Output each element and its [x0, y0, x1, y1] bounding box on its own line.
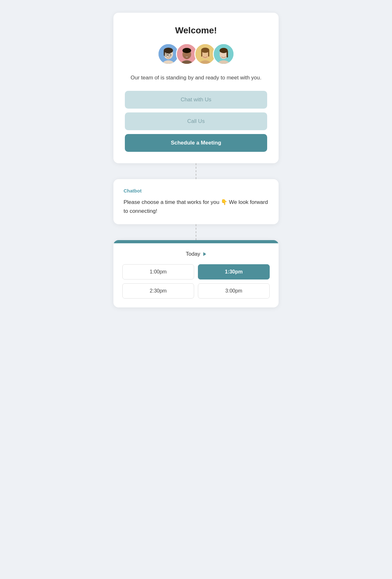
svg-point-11 [182, 48, 191, 53]
welcome-text: Our team of is standing by and ready to … [131, 74, 261, 82]
scheduler-card: Today 1:00pm 1:30pm 2:30pm 3:00pm [113, 240, 279, 307]
avatar-4 [213, 43, 234, 65]
svg-point-3 [164, 48, 173, 53]
avatars-row [158, 43, 234, 65]
time-slot-130pm[interactable]: 1:30pm [198, 264, 270, 279]
connector-2 [196, 224, 196, 240]
time-slot-3pm[interactable]: 3:00pm [198, 283, 270, 299]
schedule-meeting-button[interactable]: Schedule a Meeting [125, 134, 267, 152]
chatbot-label: Chatbot [124, 188, 268, 193]
svg-rect-17 [208, 50, 209, 57]
scheduler-top-bar [113, 240, 279, 243]
call-us-button[interactable]: Call Us [125, 112, 267, 130]
scheduler-header: Today [122, 251, 270, 257]
svg-point-15 [201, 48, 209, 53]
chatbot-message: Please choose a time that works for you … [124, 198, 268, 215]
scheduler-today-label: Today [186, 251, 200, 257]
chatbot-card: Chatbot Please choose a time that works … [113, 179, 279, 224]
chevron-right-icon[interactable] [203, 252, 206, 256]
time-slot-230pm[interactable]: 2:30pm [122, 283, 194, 299]
svg-point-21 [220, 48, 228, 53]
welcome-card: Welcome! [113, 13, 279, 163]
svg-rect-22 [226, 50, 228, 57]
time-grid: 1:00pm 1:30pm 2:30pm 3:00pm [122, 264, 270, 299]
connector-1 [196, 163, 196, 179]
time-slot-1pm[interactable]: 1:00pm [122, 264, 194, 279]
scheduler-body: Today 1:00pm 1:30pm 2:30pm 3:00pm [113, 243, 279, 307]
main-container: Welcome! [113, 13, 279, 307]
svg-rect-16 [201, 50, 202, 57]
chat-with-us-button[interactable]: Chat with Us [125, 91, 267, 109]
welcome-title: Welcome! [175, 25, 217, 36]
